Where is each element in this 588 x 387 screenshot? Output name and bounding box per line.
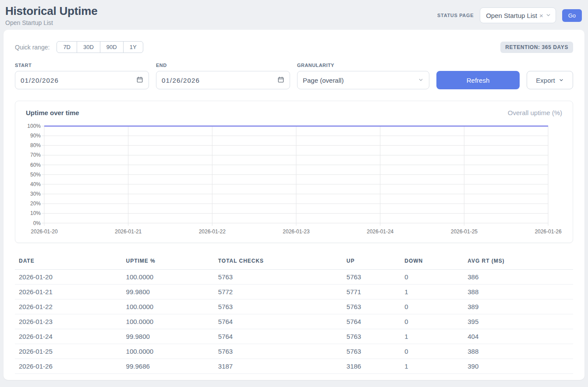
table-body: 2026-01-20100.00005763576303862026-01-21… <box>15 269 573 373</box>
table-cell: 5764 <box>214 314 343 329</box>
svg-text:20%: 20% <box>30 201 41 207</box>
table-row: 2026-01-20100.0000576357630386 <box>15 269 573 284</box>
table-row: 2026-01-2199.9800577257711388 <box>15 284 573 299</box>
granularity-value: Page (overall) <box>303 77 344 84</box>
table-row: 2026-01-25100.0000576357630388 <box>15 344 573 359</box>
svg-text:2026-01-21: 2026-01-21 <box>115 229 142 235</box>
end-field: END 01/26/2026 <box>156 63 290 89</box>
start-date-value: 01/20/2026 <box>21 77 59 84</box>
svg-text:80%: 80% <box>30 142 41 148</box>
table-cell: 0 <box>400 344 464 359</box>
export-button-label: Export <box>536 77 555 84</box>
table-cell: 99.9800 <box>122 284 214 299</box>
topbar-controls: STATUS PAGE Open Startup List × Go <box>437 7 582 23</box>
table-cell: 5763 <box>343 299 400 314</box>
start-label: START <box>15 63 149 68</box>
clear-icon[interactable]: × <box>539 12 543 19</box>
end-label: END <box>156 63 290 68</box>
quick-range-7d-button[interactable]: 7D <box>57 41 77 53</box>
go-button[interactable]: Go <box>562 9 582 22</box>
end-date-input[interactable]: 01/26/2026 <box>156 71 290 89</box>
table-cell: 2026-01-25 <box>15 344 122 359</box>
table-cell: 388 <box>464 284 573 299</box>
table-cell: 5763 <box>343 329 400 344</box>
granularity-select[interactable]: Page (overall) <box>297 71 429 89</box>
svg-text:90%: 90% <box>30 133 41 139</box>
column-header: DATE <box>15 254 122 270</box>
main-panel: Quick range: 7D30D90D1Y RETENTION: 365 D… <box>4 30 584 380</box>
column-header: UP <box>343 254 400 270</box>
table-cell: 0 <box>400 299 464 314</box>
svg-text:2026-01-22: 2026-01-22 <box>199 229 226 235</box>
svg-text:100%: 100% <box>27 123 41 129</box>
svg-text:30%: 30% <box>30 191 41 197</box>
table-cell: 2026-01-21 <box>15 284 122 299</box>
table-row: 2026-01-2499.9800576457631404 <box>15 329 573 344</box>
uptime-chart-svg: 0%10%20%30%40%50%60%70%80%90%100%2026-01… <box>26 122 562 236</box>
granularity-field: GRANULARITY Page (overall) <box>297 63 429 89</box>
table-cell: 5763 <box>343 344 400 359</box>
quick-range-90d-button[interactable]: 90D <box>100 41 124 53</box>
table-cell: 100.0000 <box>122 314 214 329</box>
table-cell: 5772 <box>214 284 343 299</box>
calendar-icon[interactable] <box>277 76 284 84</box>
quick-range-30d-button[interactable]: 30D <box>77 41 100 53</box>
chart-card: Uptime over time Overall uptime (%) 0%10… <box>15 101 573 243</box>
quick-range-group: 7D30D90D1Y <box>57 41 143 53</box>
table-cell: 100.0000 <box>122 344 214 359</box>
column-header: TOTAL CHECKS <box>214 254 343 270</box>
table-cell: 0 <box>400 269 464 284</box>
table-cell: 5763 <box>214 299 343 314</box>
status-page-select[interactable]: Open Startup List × <box>480 7 556 23</box>
table-cell: 389 <box>464 299 573 314</box>
table-cell: 0 <box>400 314 464 329</box>
table-cell: 5763 <box>343 269 400 284</box>
uptime-table-wrap: DATEUPTIME %TOTAL CHECKSUPDOWNAVG RT (MS… <box>15 254 573 374</box>
table-cell: 100.0000 <box>122 269 214 284</box>
svg-text:2026-01-24: 2026-01-24 <box>367 229 394 235</box>
column-header: DOWN <box>400 254 464 270</box>
quick-range-1y-button[interactable]: 1Y <box>123 41 143 53</box>
column-header: AVG RT (MS) <box>464 254 573 270</box>
end-date-value: 01/26/2026 <box>162 77 200 84</box>
export-button[interactable]: Export <box>527 71 573 89</box>
table-cell: 99.9686 <box>122 359 214 373</box>
table-cell: 2026-01-26 <box>15 359 122 373</box>
start-field: START 01/20/2026 <box>15 63 149 89</box>
chevron-down-icon <box>559 77 564 84</box>
svg-text:40%: 40% <box>30 181 41 187</box>
chart-title: Uptime over time <box>26 109 79 116</box>
table-cell: 1 <box>400 329 464 344</box>
table-cell: 1 <box>400 359 464 373</box>
start-date-input[interactable]: 01/20/2026 <box>15 71 149 89</box>
table-cell: 386 <box>464 269 573 284</box>
page-subtitle: Open Startup List <box>5 19 97 26</box>
quick-range-row: Quick range: 7D30D90D1Y RETENTION: 365 D… <box>15 41 573 53</box>
refresh-button[interactable]: Refresh <box>436 71 520 89</box>
table-cell: 99.9800 <box>122 329 214 344</box>
chevron-down-icon <box>418 77 424 84</box>
table-cell: 5764 <box>214 329 343 344</box>
column-header: UPTIME % <box>122 254 214 270</box>
uptime-chart: 0%10%20%30%40%50%60%70%80%90%100%2026-01… <box>26 122 562 236</box>
svg-text:50%: 50% <box>30 172 41 178</box>
table-cell: 3187 <box>214 359 343 373</box>
granularity-label: GRANULARITY <box>297 63 429 68</box>
status-page-value: Open Startup List <box>486 12 537 19</box>
table-cell: 404 <box>464 329 573 344</box>
calendar-icon[interactable] <box>136 76 143 84</box>
table-cell: 5763 <box>214 269 343 284</box>
table-header-row: DATEUPTIME %TOTAL CHECKSUPDOWNAVG RT (MS… <box>15 254 573 270</box>
table-cell: 2026-01-20 <box>15 269 122 284</box>
svg-text:70%: 70% <box>30 152 41 158</box>
table-cell: 2026-01-23 <box>15 314 122 329</box>
chart-legend: Overall uptime (%) <box>508 109 562 116</box>
retention-badge: RETENTION: 365 DAYS <box>500 42 573 53</box>
table-row: 2026-01-23100.0000576457640395 <box>15 314 573 329</box>
table-cell: 5764 <box>343 314 400 329</box>
uptime-table: DATEUPTIME %TOTAL CHECKSUPDOWNAVG RT (MS… <box>15 254 573 374</box>
table-cell: 2026-01-22 <box>15 299 122 314</box>
svg-text:2026-01-25: 2026-01-25 <box>451 229 478 235</box>
table-cell: 1 <box>400 284 464 299</box>
table-cell: 100.0000 <box>122 299 214 314</box>
